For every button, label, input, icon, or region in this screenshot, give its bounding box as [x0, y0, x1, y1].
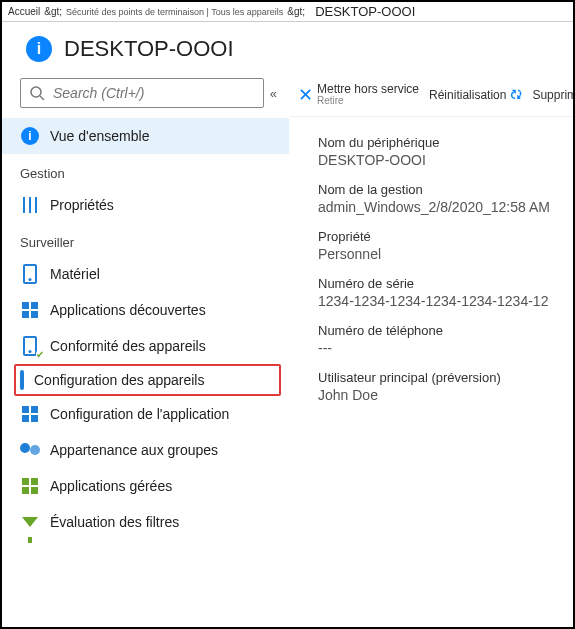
info-icon: i: [20, 126, 40, 146]
content-area: « i Vue d'ensemble Gestion Propriétés Su…: [2, 78, 573, 627]
field-primary-user: Utilisateur principal (préversion) John …: [318, 370, 573, 403]
retire-action[interactable]: ✕ Mettre hors service Retire: [298, 84, 419, 106]
nav-label: Conformité des appareils: [50, 338, 206, 354]
nav-device-compliance[interactable]: ✔ Conformité des appareils: [2, 328, 289, 364]
field-phone: Numéro de téléphone ---: [318, 323, 573, 356]
search-icon: [29, 85, 45, 101]
action-label: Supprimer: [532, 88, 573, 102]
device-icon: [20, 264, 40, 284]
apps-grid-green-icon: [20, 476, 40, 496]
field-value: John Doe: [318, 387, 573, 403]
breadcrumb: Accueil &gt; Sécurité des points de term…: [2, 2, 573, 22]
nav-group-monitor: Surveiller: [2, 223, 289, 256]
device-gear-icon: [20, 372, 24, 388]
action-bar: ✕ Mettre hors service Retire Réinitialis…: [290, 78, 573, 117]
nav-filter-eval[interactable]: Évaluation des filtres: [2, 504, 289, 540]
svg-point-0: [31, 87, 41, 97]
svg-line-1: [40, 96, 44, 100]
field-value: DESKTOP-OOOI: [318, 152, 573, 168]
apps-grid-icon: [20, 404, 40, 424]
device-details: Nom du périphérique DESKTOP-OOOI Nom de …: [290, 117, 573, 403]
group-icon: [20, 440, 40, 460]
breadcrumb-path[interactable]: Sécurité des points de terminaison | Tou…: [66, 7, 283, 17]
breadcrumb-current: DESKTOP-OOOI: [315, 4, 415, 19]
field-ownership: Propriété Personnel: [318, 229, 573, 262]
field-label: Propriété: [318, 229, 573, 244]
field-serial: Numéro de série 1234-1234-1234-1234-1234…: [318, 276, 573, 309]
field-value: admin_Windows_2/8/2020_12:58 AM: [318, 199, 573, 215]
nav-app-config[interactable]: Configuration de l'application: [2, 396, 289, 432]
breadcrumb-sep: &gt;: [287, 6, 305, 17]
nav-discovered-apps[interactable]: Applications découvertes: [2, 292, 289, 328]
nav-label: Configuration de l'application: [50, 406, 229, 422]
nav-overview[interactable]: i Vue d'ensemble: [2, 118, 289, 154]
action-sublabel: Retire: [317, 95, 419, 106]
nav-label: Applications découvertes: [50, 302, 206, 318]
nav-label: Vue d'ensemble: [50, 128, 149, 144]
nav-group-manage: Gestion: [2, 154, 289, 187]
nav-label: Appartenance aux groupes: [50, 442, 218, 458]
delete-action[interactable]: Supprimer: [532, 88, 573, 102]
field-label: Numéro de téléphone: [318, 323, 573, 338]
field-label: Nom du périphérique: [318, 135, 573, 150]
field-label: Numéro de série: [318, 276, 573, 291]
field-value: 1234-1234-1234-1234-1234-1234-12: [318, 293, 573, 309]
nav-label: Matériel: [50, 266, 100, 282]
field-label: Nom de la gestion: [318, 182, 573, 197]
nav-device-config[interactable]: Configuration des appareils: [14, 364, 281, 396]
nav-label: Configuration des appareils: [34, 372, 204, 388]
device-blade: Accueil &gt; Sécurité des points de term…: [0, 0, 575, 629]
field-device-name: Nom du périphérique DESKTOP-OOOI: [318, 135, 573, 168]
field-value: Personnel: [318, 246, 573, 262]
reset-action[interactable]: Réinitialisation 🗘: [429, 88, 522, 102]
device-check-icon: ✔: [20, 336, 40, 356]
sidebar: « i Vue d'ensemble Gestion Propriétés Su…: [2, 78, 290, 627]
nav-properties[interactable]: Propriétés: [2, 187, 289, 223]
nav-label: Applications gérées: [50, 478, 172, 494]
search-row: «: [2, 78, 289, 118]
blade-header: i DESKTOP-OOOI: [2, 22, 573, 78]
search-box[interactable]: [20, 78, 264, 108]
field-value: ---: [318, 340, 573, 356]
nav-label: Évaluation des filtres: [50, 514, 179, 530]
field-mgmt-name: Nom de la gestion admin_Windows_2/8/2020…: [318, 182, 573, 215]
nav-group-membership[interactable]: Appartenance aux groupes: [2, 432, 289, 468]
search-input[interactable]: [53, 85, 255, 101]
info-icon: i: [26, 36, 52, 62]
breadcrumb-sep: &gt;: [44, 6, 62, 17]
field-label: Utilisateur principal (préversion): [318, 370, 573, 385]
funnel-icon: [20, 512, 40, 532]
nav-managed-apps[interactable]: Applications gérées: [2, 468, 289, 504]
sliders-icon: [20, 195, 40, 215]
page-title: DESKTOP-OOOI: [64, 36, 234, 62]
main-panel: ✕ Mettre hors service Retire Réinitialis…: [290, 78, 573, 627]
x-icon: ✕: [298, 84, 313, 106]
breadcrumb-home[interactable]: Accueil: [8, 6, 40, 17]
apps-grid-icon: [20, 300, 40, 320]
nav-hardware[interactable]: Matériel: [2, 256, 289, 292]
sync-icon: 🗘: [510, 88, 522, 102]
action-label: Mettre hors service: [317, 84, 419, 95]
nav-label: Propriétés: [50, 197, 114, 213]
collapse-sidebar-button[interactable]: «: [270, 86, 277, 101]
action-label: Réinitialisation: [429, 88, 506, 102]
